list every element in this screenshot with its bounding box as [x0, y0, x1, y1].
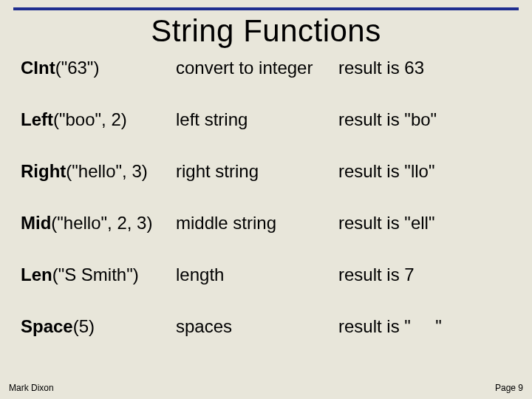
function-result: result is "bo": [338, 109, 511, 130]
function-args: ("S Smith"): [52, 265, 139, 284]
page-number: Page 9: [495, 383, 523, 393]
function-desc: spaces: [176, 316, 338, 337]
function-result: result is "llo": [338, 161, 511, 182]
table-row: Space(5) spaces result is " ": [21, 316, 511, 337]
table-row: CInt("63") convert to integer result is …: [21, 58, 511, 78]
function-name: Space: [21, 316, 73, 336]
function-result: result is " ": [338, 316, 511, 337]
function-call: Len("S Smith"): [21, 265, 176, 285]
title-rule: [13, 7, 519, 10]
function-args: (5): [73, 316, 95, 336]
table-row: Right("hello", 3) right string result is…: [21, 161, 511, 182]
function-desc: convert to integer: [176, 58, 338, 78]
functions-list: CInt("63") convert to integer result is …: [0, 58, 532, 337]
footer: Mark Dixon Page 9: [9, 383, 523, 393]
table-row: Left("boo", 2) left string result is "bo…: [21, 109, 511, 130]
function-name: CInt: [21, 58, 55, 78]
function-result: result is "ell": [338, 213, 511, 233]
function-desc: left string: [176, 109, 338, 130]
function-desc: right string: [176, 161, 338, 182]
author-label: Mark Dixon: [9, 383, 54, 393]
function-args: ("hello", 2, 3): [51, 213, 152, 233]
function-result: result is 63: [338, 58, 511, 78]
table-row: Mid("hello", 2, 3) middle string result …: [21, 213, 511, 233]
function-call: Mid("hello", 2, 3): [21, 213, 176, 233]
function-desc: length: [176, 265, 338, 285]
function-call: Space(5): [21, 316, 176, 337]
function-name: Left: [21, 109, 53, 129]
table-row: Len("S Smith") length result is 7: [21, 265, 511, 285]
function-name: Mid: [21, 213, 51, 233]
function-args: ("63"): [55, 58, 100, 78]
function-call: CInt("63"): [21, 58, 176, 78]
function-name: Len: [21, 265, 52, 284]
function-args: ("boo", 2): [53, 109, 127, 129]
page-title: String Functions: [0, 13, 532, 49]
function-call: Left("boo", 2): [21, 109, 176, 130]
function-call: Right("hello", 3): [21, 161, 176, 182]
function-name: Right: [21, 161, 66, 181]
function-args: ("hello", 3): [66, 161, 147, 181]
function-result: result is 7: [338, 265, 511, 285]
function-desc: middle string: [176, 213, 338, 233]
